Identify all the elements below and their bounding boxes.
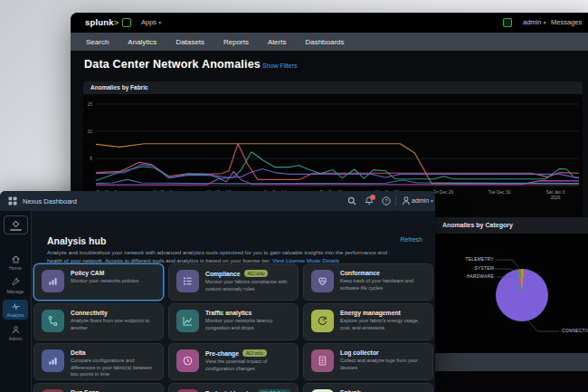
sidebar-item-admin[interactable]: Admin: [3, 323, 28, 343]
splunk-admin-menu[interactable]: admin ▾: [523, 18, 546, 26]
heart-pulse-icon: [311, 270, 334, 292]
refresh-link[interactable]: Refresh: [400, 236, 422, 243]
card-title: Compliance: [205, 271, 241, 277]
log-file-icon: [311, 349, 334, 372]
console-status-icon[interactable]: [503, 18, 512, 27]
card-desc: View the potential impact of configurati…: [205, 359, 290, 372]
clock-icon: [176, 349, 199, 372]
svg-text:Fri Dec 26: Fri Dec 26: [433, 190, 453, 195]
app-grid-icon[interactable]: [7, 196, 18, 206]
card-conformance[interactable]: Conformance Keep track of your hardware …: [303, 263, 433, 301]
card-policy-cam[interactable]: Policy CAM Monitor your networks policie…: [33, 263, 164, 301]
nexus-sidebar: Home Manage Analyze Admin: [0, 211, 32, 392]
nexus-body: Home Manage Analyze Admin Analysis hub R…: [0, 211, 435, 392]
nav-analytics[interactable]: Analytics: [128, 38, 156, 46]
nexus-dashboard-window: Nexus Dashboard ? admin ▾ Home Manage: [0, 191, 435, 392]
category-pie-area: TELEMETRY SYSTEM HARDWARE CONNECTIVITY: [414, 234, 588, 353]
pie-label-connectivity: CONNECTIVITY: [562, 329, 588, 333]
svg-text:15: 15: [87, 101, 92, 107]
pie-label-system: SYSTEM: [452, 266, 494, 271]
nav-search[interactable]: Search: [86, 38, 109, 46]
card-traffic-analytics[interactable]: Traffic analytics Monitor your networks …: [168, 303, 299, 340]
fabric-selector-label: [10, 229, 22, 231]
anomalies-by-category-panel: Anomalies by Category TELEMETRY SYSTEM H…: [414, 217, 588, 392]
messages-menu[interactable]: Messages: [551, 18, 582, 26]
svg-text:2026: 2026: [551, 196, 561, 200]
card-desc: Monitor your fabrics compliance with cus…: [205, 279, 290, 292]
bar-chart-icon: [42, 270, 64, 292]
card-bug-scan[interactable]: Bug Scan Learn about active and potentia…: [33, 383, 164, 392]
toolbar-divider: [395, 196, 396, 206]
svg-text:Sat Jan 3: Sat Jan 3: [546, 190, 565, 195]
card-log-collector[interactable]: Log collector Collect and analyze logs f…: [303, 343, 433, 380]
fabric-selector[interactable]: [4, 215, 28, 234]
line-chart-icon: [176, 310, 199, 332]
pie-label-telemetry: TELEMETRY: [449, 257, 494, 262]
card-desc: Keep track of your hardware and software…: [340, 278, 425, 292]
card-title: Delta: [71, 349, 86, 356]
dashboard-title: Data Center Network Anomalies: [84, 58, 261, 71]
diamond-logo-icon: [12, 220, 20, 228]
sidebar-item-home[interactable]: Home: [3, 253, 28, 272]
nav-alerts[interactable]: Alerts: [268, 38, 286, 46]
card-title: Energy management: [340, 310, 401, 316]
show-filters-link[interactable]: Show Filters: [262, 62, 298, 69]
svg-text:?: ?: [384, 198, 387, 204]
wrench-icon: [11, 278, 21, 288]
card-title: Policy CAM: [71, 270, 104, 276]
card-pre-change[interactable]: Pre-changeACI only View the potential im…: [168, 343, 299, 380]
sidebar-item-analyze[interactable]: Analyze: [3, 300, 28, 320]
card-energy-management[interactable]: Energy management Explore your fabric's …: [303, 303, 433, 340]
sidebar-item-manage[interactable]: Manage: [3, 276, 28, 296]
card-connectivity[interactable]: Connectivity Analyze flows from one endp…: [33, 303, 164, 340]
panel-title: Anomalies by Category: [414, 217, 588, 234]
card-desc: Monitor your networks policies: [71, 278, 138, 285]
card-delta[interactable]: Delta Compare configurations and differe…: [33, 343, 164, 380]
caret-down-icon: ▾: [431, 198, 433, 204]
card-title: Pre-change: [205, 350, 239, 357]
energy-cycle-icon: [311, 310, 334, 332]
nav-datasets[interactable]: Datasets: [175, 38, 204, 46]
checklist-icon: [176, 270, 199, 292]
card-desc: Analyze flows from one endpoint to anoth…: [71, 318, 156, 331]
caret-down-icon: ▾: [544, 20, 546, 25]
notification-badge: [370, 195, 375, 200]
pie-callout-lines: [414, 234, 588, 353]
nexus-titlebar: Nexus Dashboard ? admin ▾: [0, 191, 435, 211]
card-desc: Collect and analyze logs from your devic…: [340, 358, 425, 371]
nexus-admin-menu[interactable]: admin ▾: [412, 197, 433, 204]
card-desc: Monitor your networks latency congestion…: [205, 318, 290, 331]
nav-dashboards[interactable]: Dashboards: [305, 38, 344, 46]
card-endpoint-locator[interactable]: Endpoint locatorNX-OS Only Real time tra…: [168, 383, 299, 392]
card-title: Log collector: [340, 349, 379, 356]
splunk-nav-bar: Search Analytics Datasets Reports Alerts…: [71, 33, 588, 51]
svg-text:Tue Dec 30: Tue Dec 30: [488, 190, 511, 195]
nav-reports[interactable]: Reports: [223, 38, 249, 46]
splunk-logo: splunk>: [85, 17, 119, 27]
card-desc: Explore your fabric's energy usage, cost…: [340, 318, 425, 331]
card-title: Conformance: [340, 270, 380, 276]
panel-lower-area: [414, 371, 588, 392]
admin-user-icon: [11, 325, 21, 335]
apps-menu[interactable]: Apps ▾: [141, 18, 161, 26]
card-badge: ACI only: [242, 349, 267, 357]
page-description: Analyze and troubleshoot your network wi…: [47, 248, 402, 265]
analyze-pulse-icon: [11, 301, 21, 311]
splunk-topbar: splunk> Apps ▾ admin ▾ Messages: [71, 13, 588, 33]
pie-label-hardware: HARDWARE: [450, 274, 494, 279]
user-icon: [401, 196, 412, 206]
card-title: Traffic analytics: [205, 310, 251, 316]
card-compliance[interactable]: ComplianceACI only Monitor your fabrics …: [168, 263, 299, 301]
card-title: Connectivity: [71, 310, 108, 316]
splunk-logo-mark-icon: [122, 18, 131, 27]
bar-chart-icon: [42, 349, 64, 372]
search-icon[interactable]: [346, 196, 357, 206]
panel-divider-band: [414, 353, 588, 371]
card-desc: Compare configurations and differences i…: [71, 358, 156, 378]
svg-text:10: 10: [87, 129, 92, 134]
card-splunk[interactable]: splunk> Splunk Launch Splunk: [303, 383, 433, 392]
caret-down-icon: ▾: [158, 20, 161, 25]
help-icon[interactable]: ?: [381, 196, 392, 206]
flow-icon: [42, 310, 64, 332]
window-title: Nexus Dashboard: [23, 197, 77, 206]
